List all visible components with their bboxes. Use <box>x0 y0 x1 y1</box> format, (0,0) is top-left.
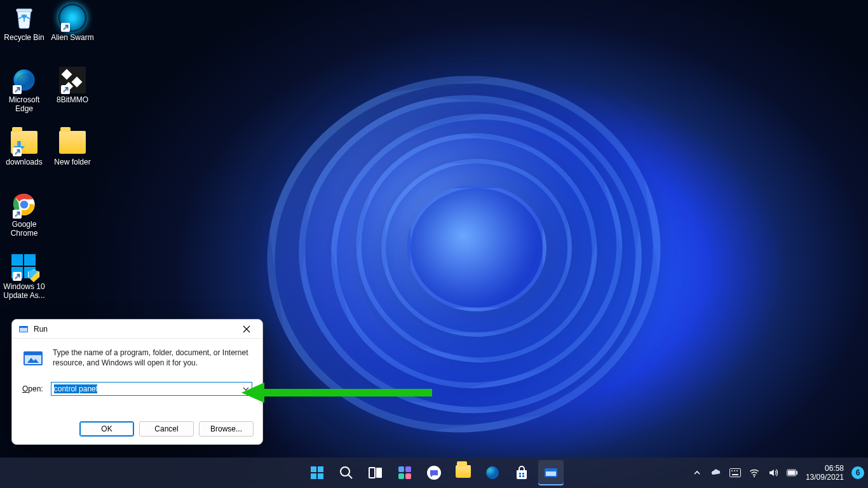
recycle-bin-icon <box>9 4 39 32</box>
desktop-icon-alien-swarm[interactable]: Alien Swarm <box>48 4 97 42</box>
svg-rect-24 <box>405 466 411 472</box>
8bitmmo-icon <box>57 66 88 94</box>
open-label: Open: <box>22 384 43 393</box>
annotation-arrow <box>241 380 432 405</box>
chat-button[interactable] <box>421 460 447 485</box>
run-dialog-icon <box>22 348 44 369</box>
svg-rect-36 <box>729 469 740 477</box>
svg-rect-0 <box>17 9 32 11</box>
volume-icon[interactable] <box>768 467 779 478</box>
svg-point-28 <box>486 466 499 479</box>
svg-rect-35 <box>546 470 556 471</box>
svg-rect-25 <box>398 473 404 479</box>
svg-rect-22 <box>376 468 382 478</box>
desktop-icon-8bitmmo[interactable]: 8BitMMO <box>48 66 97 104</box>
desktop-icon-label: downloads <box>0 158 48 166</box>
wifi-icon[interactable] <box>749 467 760 478</box>
run-description: Type the name of a program, folder, docu… <box>53 348 252 369</box>
chevron-down-icon[interactable] <box>241 384 250 394</box>
wallpaper-shape <box>407 184 546 311</box>
desktop-icon-chrome[interactable]: Google Chrome <box>0 191 48 238</box>
ok-button[interactable]: OK <box>79 421 134 437</box>
svg-rect-29 <box>519 473 521 475</box>
wallpaper-shape <box>283 78 657 430</box>
chrome-icon <box>9 191 39 219</box>
search-icon <box>339 465 354 480</box>
taskbar[interactable]: 06:58 13/09/2021 6 <box>0 458 868 488</box>
run-title-icon <box>18 324 29 334</box>
open-input[interactable] <box>51 382 252 396</box>
svg-rect-17 <box>318 466 323 472</box>
svg-rect-44 <box>788 470 796 475</box>
tray-date: 13/09/2021 <box>806 473 844 482</box>
svg-point-39 <box>736 470 738 471</box>
browse-button[interactable]: Browse... <box>199 421 254 437</box>
desktop-icon-label: Recycle Bin <box>0 33 48 42</box>
edge-button[interactable] <box>480 460 505 485</box>
folder-icon <box>9 128 39 156</box>
battery-icon[interactable] <box>787 467 798 478</box>
desktop-icon-label: New folder <box>48 158 97 166</box>
svg-rect-31 <box>519 475 521 477</box>
notification-badge[interactable]: 6 <box>851 466 864 479</box>
run-taskbar-button[interactable] <box>538 460 564 485</box>
svg-rect-16 <box>311 466 316 472</box>
close-button[interactable] <box>236 322 257 337</box>
desktop-icon-label: Google Chrome <box>0 220 48 238</box>
tray-time: 06:58 <box>806 464 844 473</box>
widgets-button[interactable] <box>392 460 417 485</box>
desktop-icon-new-folder[interactable]: New folder <box>48 128 97 166</box>
start-button[interactable] <box>304 460 330 485</box>
svg-point-38 <box>734 470 735 471</box>
desktop-icon-label: 8BitMMO <box>48 95 97 104</box>
desktop-icon-downloads[interactable]: downloads <box>0 128 48 166</box>
svg-rect-21 <box>369 468 375 478</box>
desktop-icon-win10-update-assistant[interactable]: Windows 10 Update As... <box>0 253 48 300</box>
svg-point-37 <box>731 470 733 471</box>
svg-rect-11 <box>20 327 27 328</box>
desktop-icon-label: Microsoft Edge <box>0 95 48 113</box>
desktop-icon-ms-edge[interactable]: Microsoft Edge <box>0 66 48 113</box>
clock[interactable]: 06:58 13/09/2021 <box>806 464 844 482</box>
task-view-icon <box>368 465 383 480</box>
keyboard-layout-icon[interactable] <box>729 467 741 478</box>
svg-rect-19 <box>318 473 323 479</box>
file-explorer-button[interactable] <box>451 460 476 485</box>
svg-rect-43 <box>796 471 797 474</box>
file-explorer-icon <box>456 465 471 480</box>
svg-marker-15 <box>241 383 432 403</box>
cancel-button[interactable]: Cancel <box>139 421 194 437</box>
open-combobox[interactable] <box>51 382 252 396</box>
windows-update-assistant-icon <box>9 253 39 281</box>
run-icon <box>543 465 559 480</box>
folder-icon <box>57 128 88 156</box>
run-titlebar[interactable]: Run <box>12 320 262 339</box>
alien-swarm-icon <box>57 4 88 32</box>
run-title: Run <box>34 325 236 334</box>
svg-rect-14 <box>25 353 41 355</box>
desktop-icon-recycle-bin[interactable]: Recycle Bin <box>0 4 48 42</box>
svg-point-20 <box>341 467 349 476</box>
edge-icon <box>9 66 39 94</box>
widgets-icon <box>397 465 412 480</box>
desktop-icon-label: Windows 10 Update As... <box>0 282 48 300</box>
svg-rect-30 <box>522 473 524 475</box>
wallpaper-shape <box>302 83 651 419</box>
search-button[interactable] <box>334 460 359 485</box>
svg-rect-40 <box>732 474 738 475</box>
wallpaper-shape <box>335 111 619 384</box>
svg-rect-32 <box>522 475 524 477</box>
desktop-icon-label: Alien Swarm <box>48 33 97 42</box>
svg-rect-23 <box>398 466 404 472</box>
onedrive-icon[interactable] <box>710 467 722 478</box>
task-view-button[interactable] <box>363 460 388 485</box>
store-button[interactable] <box>509 460 534 485</box>
system-tray[interactable]: 06:58 13/09/2021 6 <box>691 458 864 488</box>
tray-overflow-button[interactable] <box>691 467 703 478</box>
run-dialog[interactable]: Run Type the name of a program, folder, … <box>11 319 263 445</box>
windows-logo-icon <box>309 465 325 480</box>
chat-icon <box>426 465 442 480</box>
edge-icon <box>485 465 500 480</box>
svg-rect-26 <box>405 473 411 479</box>
wallpaper-shape <box>244 51 684 458</box>
